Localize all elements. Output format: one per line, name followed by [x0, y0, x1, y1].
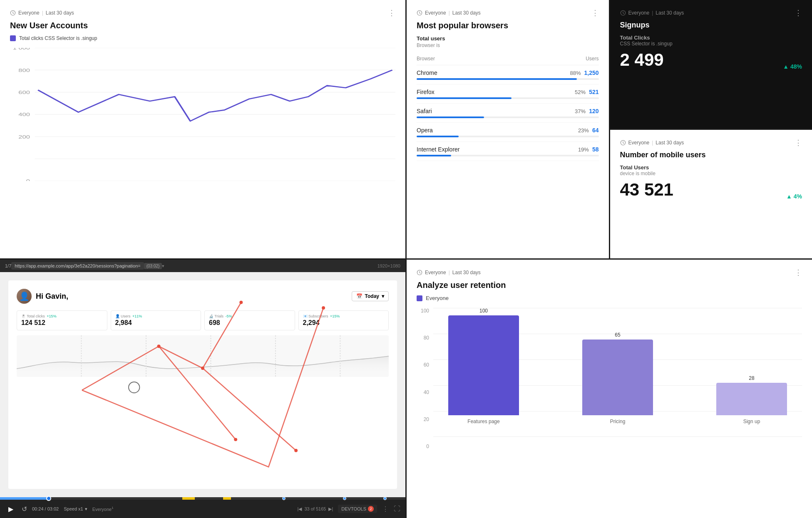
browser-name: Internet Explorer: [417, 146, 460, 153]
progress-track[interactable]: [0, 497, 405, 500]
bar-groups: 100 Features page 65 Pricing 28 Sign up: [433, 308, 802, 437]
speed-selector[interactable]: Speed x1 ▾: [64, 506, 87, 512]
browser-panel-header: Everyone | Last 30 days ⋮: [417, 8, 599, 17]
browser-pct: 88%: [570, 70, 581, 76]
browser-count: 521: [589, 89, 598, 95]
mobile-header: Everyone | Last 30 days ⋮: [620, 138, 802, 147]
progress-thumb[interactable]: [46, 496, 51, 501]
clock-icon: [10, 10, 16, 16]
session-controls: ▶ ↺ 00:24 / 03:02 Speed x1 ▾ Everyone1 |…: [0, 500, 405, 518]
devtools-label: DEVTOOLS: [341, 506, 366, 511]
browser-count: 1,250: [584, 69, 598, 76]
stat-card: 🖱️ Total clicks +15% 124 512: [17, 310, 107, 330]
panel-meta: Everyone | Last 30 days: [10, 10, 74, 16]
svg-text:800: 800: [18, 67, 30, 73]
browser-bar-bg: [417, 97, 599, 99]
browser-bar-fill: [417, 97, 512, 99]
svg-point-33: [294, 449, 298, 452]
stat-label: 🖱️ Total clicks +15%: [21, 314, 103, 318]
browser-menu-button[interactable]: ⋮: [591, 8, 599, 17]
signups-meta: Everyone | Last 30 days: [620, 10, 684, 16]
timestamp-display: 00:24 / 03:02: [32, 506, 59, 511]
mobile-big-number: 43 521: [620, 180, 673, 200]
signups-menu-button[interactable]: ⋮: [795, 8, 802, 17]
session-resolution: 1920×1080: [377, 263, 400, 268]
retention-legend-label: Everyone: [426, 295, 449, 301]
bar-label: Features page: [467, 419, 499, 424]
retention-audience: Everyone: [425, 270, 446, 275]
mobile-metric-row: 43 521 ▲ 4%: [620, 178, 802, 200]
devtools-badge[interactable]: DEVTOOLS 2: [338, 505, 377, 513]
stat-card: 🔬 Trials -5% 698: [204, 310, 295, 330]
session-replay-panel: 1/7 https://app.example.com/app/3e52a220…: [0, 260, 405, 518]
period-label: Last 30 days: [46, 10, 74, 16]
rewind-button[interactable]: ↺: [22, 505, 27, 513]
stat-value: 2,984: [115, 319, 197, 327]
retention-menu-button[interactable]: ⋮: [795, 268, 802, 277]
browser-name: Opera: [417, 127, 433, 134]
stat-trend: +11%: [132, 314, 142, 318]
browser-name: Safari: [417, 108, 432, 114]
browser-bar-fill: [417, 116, 484, 118]
stat-trend: -5%: [226, 314, 232, 318]
progress-marker2: [343, 497, 346, 500]
browser-period: Last 30 days: [452, 10, 481, 16]
browser-audience: Everyone: [425, 10, 446, 16]
svg-text:1 000: 1 000: [13, 48, 30, 51]
chart-legend: Total clicks CSS Selector is .singup: [10, 35, 395, 41]
play-button[interactable]: ▶: [5, 503, 17, 515]
browser-clock-icon: [417, 10, 422, 16]
session-greeting: 👤 Hi Gavin, 📅 Today ▾: [17, 289, 389, 304]
retention-header: Everyone | Last 30 days ⋮: [417, 268, 802, 277]
retention-title: Analyze user retention: [417, 280, 802, 290]
retention-clock-icon: [417, 270, 422, 275]
session-url[interactable]: https://app.example.com/app/3e52a220/ses…: [11, 262, 144, 270]
stat-label: 📧 Subscribers +15%: [303, 314, 385, 318]
browser-bar-bg: [417, 155, 599, 156]
browser-bar-fill: [417, 136, 459, 137]
stat-value: 2,294: [303, 319, 385, 327]
mobile-users-panel: Everyone | Last 30 days ⋮ Number of mobi…: [610, 130, 812, 258]
signups-metric-row: 2 499 ▲ 48%: [620, 48, 802, 70]
retention-period: Last 30 days: [452, 270, 481, 275]
signups-panel: Everyone | Last 30 days ⋮ Signups Total …: [610, 0, 812, 129]
browser-table-header: Browser Users: [417, 52, 599, 65]
browser-row: Firefox 52% 521: [417, 84, 599, 104]
signups-big-number: 2 499: [620, 50, 664, 70]
bar-value: 100: [479, 308, 488, 314]
stats-grid: 🖱️ Total clicks +15% 124 512 👤 Users +11…: [17, 310, 389, 330]
progress-fill: [0, 497, 49, 500]
browser-panel-title: Most popular browsers: [417, 21, 599, 30]
browser-subtitle: Total users: [417, 35, 599, 42]
panel-menu-button[interactable]: ⋮: [388, 8, 395, 17]
browser-stats: 23% 64: [578, 127, 599, 134]
fullscreen-button[interactable]: ⛶: [394, 505, 400, 513]
stat-label: 👤 Users +11%: [115, 314, 197, 318]
session-time-badge: (03:02): [144, 263, 162, 269]
bar-value: 65: [615, 332, 620, 338]
browser-col-browser: Browser: [417, 56, 435, 62]
browser-panel-meta: Everyone | Last 30 days: [417, 10, 481, 16]
session-top-bar: 1/7 https://app.example.com/app/3e52a220…: [0, 260, 405, 272]
mobile-audience: Everyone: [628, 140, 650, 146]
line-chart: 1 000 800 600 400 200 0 Jun 18 Jun 23 Ju…: [10, 48, 395, 181]
browser-pct: 52%: [575, 89, 586, 95]
new-user-accounts-panel: Everyone | Last 30 days ⋮ New User Accou…: [0, 0, 405, 258]
bar-label: Pricing: [610, 419, 626, 424]
mobile-menu-button[interactable]: ⋮: [795, 138, 802, 147]
panel-header: Everyone | Last 30 days ⋮: [10, 8, 395, 17]
mobile-metric-sublabel: device is mobile: [620, 171, 802, 176]
panel-title: New User Accounts: [10, 21, 395, 30]
progress-segment-yellow2: [223, 497, 231, 500]
session-mini-chart: [17, 335, 389, 377]
avatar-image: 👤: [17, 289, 32, 304]
date-picker[interactable]: 📅 Today ▾: [352, 291, 389, 301]
session-dots-menu[interactable]: ⋮: [382, 505, 389, 513]
bar-group: 100 Features page: [433, 308, 534, 424]
bar-label: Sign up: [743, 419, 760, 424]
bar-value: 28: [749, 375, 754, 381]
progress-segment-yellow: [182, 497, 194, 500]
bar-group: 28 Sign up: [701, 308, 802, 424]
retention-meta: Everyone | Last 30 days: [417, 270, 481, 275]
mobile-period: Last 30 days: [656, 140, 684, 146]
